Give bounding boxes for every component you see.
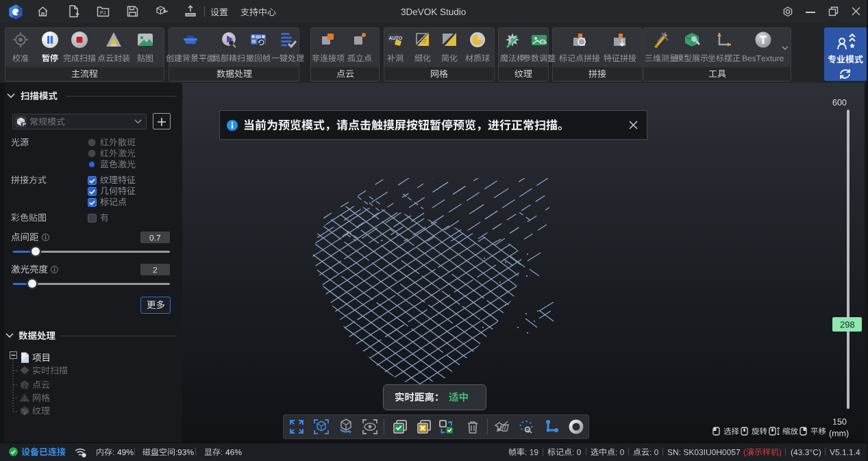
svg-text:q: q: [526, 427, 529, 433]
